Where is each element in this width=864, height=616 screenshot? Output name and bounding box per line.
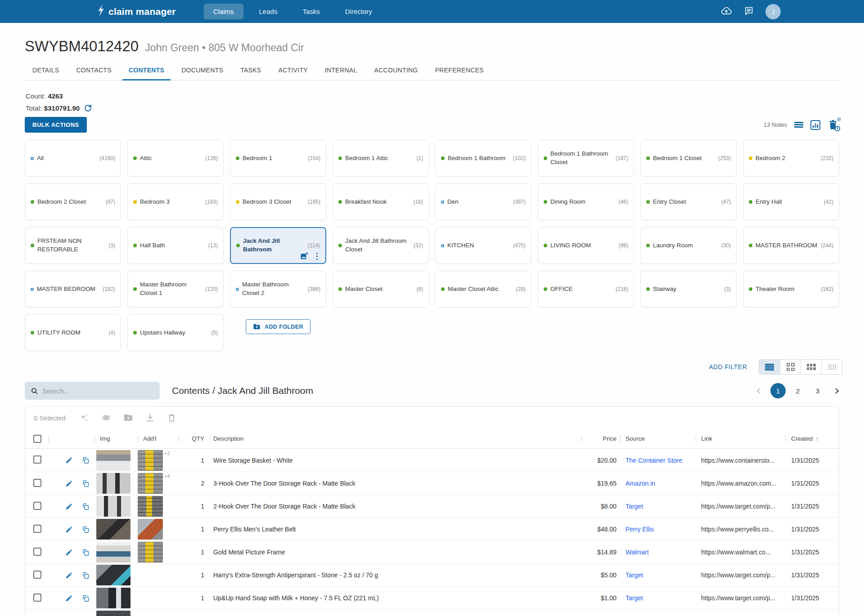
report-chart-icon[interactable] [810, 120, 820, 130]
folder-card[interactable]: Master Bathroom Closet 2 (386) ⋮ [230, 271, 326, 308]
tab-preferences[interactable]: PREFERENCES [435, 65, 484, 76]
folder-card[interactable]: Bedroom 1 Bathroom Closet (187) ⋮ [538, 140, 634, 177]
folder-card[interactable]: Breakfast Nook (16) ⋮ [333, 183, 429, 220]
scheduled-delete-icon[interactable] [828, 119, 839, 131]
page-2[interactable]: 2 [790, 383, 806, 398]
duplicate-icon[interactable] [76, 480, 94, 487]
item-description[interactable]: Gold Metal Picture Frame [210, 549, 581, 556]
folder-card[interactable]: Bedroom 1 Attic (1) ⋮ [333, 140, 429, 177]
folder-card[interactable]: MASTER BATHROOM (244) ⋮ [743, 227, 839, 264]
tab-internal[interactable]: INTERNAL [325, 65, 357, 76]
folder-card[interactable]: Entry Hall (42) ⋮ [743, 183, 839, 220]
select-all-checkbox[interactable] [33, 435, 41, 443]
row-checkbox[interactable] [33, 479, 41, 487]
tab-contacts[interactable]: CONTACTS [76, 65, 111, 76]
edit-icon[interactable] [61, 503, 76, 510]
row-checkbox[interactable] [33, 548, 41, 556]
column-header-qty[interactable]: QTY [178, 429, 210, 448]
additional-photo[interactable] [138, 450, 163, 471]
avatar[interactable]: J [765, 4, 781, 19]
merge-icon[interactable] [101, 412, 112, 423]
item-description[interactable]: 2-Hook Over The Door Storage Rack - Matt… [210, 503, 581, 510]
item-source-link[interactable]: The Container Store [620, 457, 696, 464]
add-folder-button[interactable]: ADD FOLDER [246, 319, 310, 334]
folder-card[interactable]: Attic (126) ⋮ [127, 140, 224, 177]
notes-list-icon[interactable] [794, 122, 803, 128]
cloud-upload-icon[interactable] [720, 5, 732, 18]
edit-icon[interactable] [61, 549, 76, 556]
item-photo[interactable] [96, 473, 130, 494]
duplicate-icon[interactable] [76, 594, 94, 602]
item-description[interactable]: 3-Hook Over The Door Storage Rack - Matt… [210, 480, 581, 487]
folder-card[interactable]: FRSTEAM NON RESTORABLE (3) ⋮ [25, 227, 121, 264]
item-description[interactable]: Harry's Extra-Strength Antiperspirant - … [210, 571, 581, 579]
search-input[interactable] [42, 387, 154, 395]
folder-card[interactable]: Dining Room (46) ⋮ [538, 183, 634, 220]
nav-item-claims[interactable]: Claims [204, 4, 243, 19]
folder-card[interactable]: Bedroom 2 (232) ⋮ [743, 140, 839, 177]
tab-contents[interactable]: CONTENTS [129, 65, 164, 76]
edit-icon[interactable] [61, 571, 76, 579]
item-url[interactable]: https://www.target.com/p... [696, 594, 786, 602]
edit-icon[interactable] [61, 594, 76, 602]
folder-card[interactable]: Bedroom 1 Closet (253) ⋮ [640, 140, 737, 177]
dot-grid-view-button[interactable] [821, 360, 842, 374]
row-checkbox[interactable] [33, 525, 41, 533]
item-url[interactable]: https://www.containersto... [696, 457, 786, 464]
item-source-link[interactable]: Perry Ellis [620, 526, 696, 533]
item-url[interactable]: https://www.target.com/p... [696, 571, 786, 579]
tab-documents[interactable]: DOCUMENTS [181, 65, 223, 76]
page-3[interactable]: 3 [810, 383, 825, 398]
folder-card[interactable]: All (4160) ⋮ [25, 140, 121, 177]
row-checkbox[interactable] [33, 594, 41, 602]
bulk-actions-button[interactable]: BULK ACTIONS [25, 117, 87, 133]
tab-activity[interactable]: ACTIVITY [279, 65, 308, 76]
nav-item-directory[interactable]: Directory [336, 4, 382, 19]
column-header-addl[interactable]: Add'l [138, 429, 178, 448]
edit-icon[interactable] [61, 456, 76, 464]
item-description[interactable]: Up&Up Hand Soap with Milk + Honey - 7.5 … [210, 594, 581, 602]
duplicate-icon[interactable] [76, 456, 94, 464]
item-url[interactable]: https://www.amazon.com... [696, 480, 786, 487]
folder-card[interactable]: UTILITY ROOM (4) ⋮ [25, 314, 121, 351]
column-header-description[interactable]: Description [210, 429, 581, 448]
add-filter-link[interactable]: ADD FILTER [709, 363, 747, 370]
next-page-button[interactable] [834, 389, 838, 393]
folder-card[interactable]: Jack And Jill Bathroom Closet (32) ⋮ [333, 227, 429, 264]
folder-card[interactable]: Bedroom 1 Bathroom (102) ⋮ [435, 140, 531, 177]
item-description[interactable]: Wire Storage Basket - White [210, 457, 581, 464]
prev-page-button[interactable] [758, 389, 762, 393]
additional-photo[interactable] [138, 473, 163, 494]
nav-item-leads[interactable]: Leads [250, 4, 287, 19]
row-checkbox[interactable] [33, 455, 41, 464]
item-photo[interactable] [96, 496, 130, 517]
additional-photo[interactable] [138, 542, 163, 562]
folder-card[interactable]: Bedroom 2 Closet (97) ⋮ [25, 183, 121, 220]
item-source-link[interactable]: Walmart [620, 549, 696, 556]
column-header-price[interactable]: Price [581, 429, 620, 448]
item-source-link[interactable]: Target [620, 503, 696, 510]
list-view-button[interactable] [759, 360, 780, 374]
item-photo[interactable] [96, 542, 130, 562]
folder-card[interactable]: Half Bath (13) ⋮ [127, 227, 224, 264]
folder-card[interactable]: LIVING ROOM (99) ⋮ [538, 227, 634, 264]
folder-card[interactable]: Bedroom 3 (183) ⋮ [127, 183, 224, 220]
duplicate-icon[interactable] [76, 503, 94, 510]
ai-sparkles-icon[interactable] [79, 412, 90, 423]
folder-card[interactable]: Laundry Room (30) ⋮ [640, 227, 737, 264]
image-add-icon[interactable] [299, 251, 309, 261]
item-photo[interactable] [96, 565, 130, 585]
page-1[interactable]: 1 [770, 383, 786, 398]
row-checkbox[interactable] [33, 571, 41, 579]
grid-view-button[interactable] [780, 360, 801, 374]
folder-card[interactable]: Master Bathroom Closet 1 (120) ⋮ [127, 271, 224, 308]
tab-details[interactable]: DETAILS [32, 65, 59, 76]
item-source-link[interactable]: Target [620, 571, 696, 579]
delete-icon[interactable] [166, 413, 177, 423]
item-photo[interactable] [96, 611, 130, 616]
column-header-source[interactable]: Source [620, 429, 696, 448]
item-description[interactable]: Perry Ellis Men's Leather Belt [210, 526, 581, 533]
move-to-folder-icon[interactable] [123, 412, 134, 423]
nav-item-tasks[interactable]: Tasks [293, 4, 329, 19]
additional-photo[interactable] [138, 519, 163, 540]
